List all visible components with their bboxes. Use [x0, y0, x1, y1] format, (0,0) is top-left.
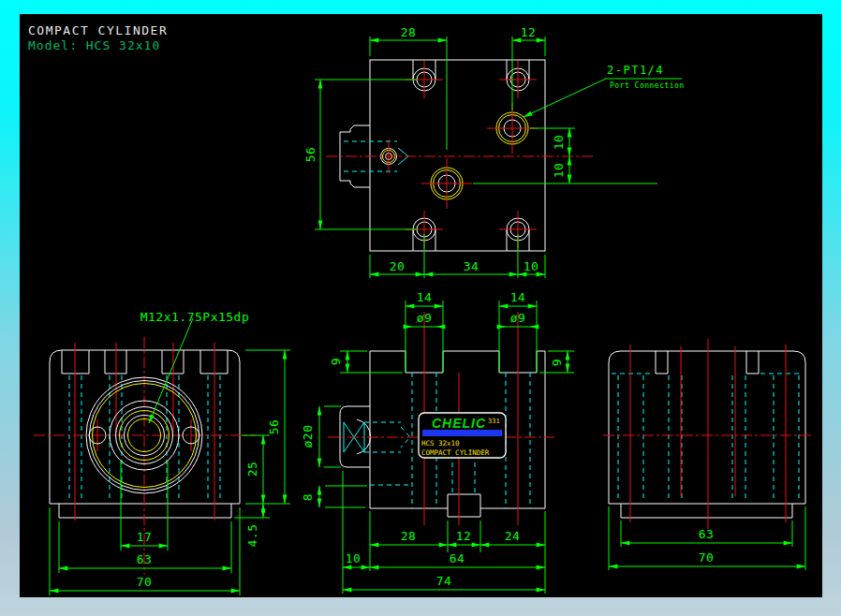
screenshot-root: { "colors": { "border_top": "#00ffff", "… — [0, 0, 841, 616]
dim-side-9-right: 9 — [550, 359, 564, 366]
dim-side-8: 8 — [301, 493, 315, 501]
dim-front-63: 63 — [137, 552, 153, 566]
title-block: COMPACT CYLINDER Model: HCS 32x10 — [28, 23, 168, 52]
dim-side-24: 24 — [505, 529, 521, 543]
drawing-model: Model: HCS 32x10 — [28, 38, 160, 52]
dim-side-d9-left: ø9 — [417, 311, 433, 325]
nameplate-model: HCS 32x10 — [421, 439, 460, 447]
dim-side-64: 64 — [450, 551, 465, 565]
dim-side-14-left: 14 — [417, 290, 433, 304]
dim-side-74: 74 — [436, 574, 452, 588]
dim-side-28: 28 — [401, 529, 417, 543]
dim-top-10: 10 — [524, 259, 539, 273]
dim-top-12: 12 — [521, 25, 537, 39]
thread-callout-text: M12x1.75Px15dp — [140, 310, 250, 324]
dim-top-28: 28 — [401, 25, 417, 39]
dim-front-56: 56 — [267, 419, 281, 435]
port-callout-sub: Port Connection — [610, 81, 685, 90]
drawing-title: COMPACT CYLINDER — [28, 23, 168, 37]
cad-canvas: COMPACT CYLINDER Model: HCS 32x10 — [0, 0, 841, 616]
dim-top-56: 56 — [303, 147, 317, 163]
dim-top-20: 20 — [390, 259, 406, 273]
dim-top-34: 34 — [464, 259, 480, 273]
port-callout-title: 2-PT1/4 — [607, 64, 664, 77]
nameplate-stripe — [422, 430, 502, 436]
dim-front-70: 70 — [137, 575, 153, 589]
dim-rear-70: 70 — [699, 550, 715, 565]
dim-front-4-5: 4.5 — [245, 524, 259, 548]
dim-side-14-right: 14 — [510, 290, 526, 304]
dim-side-d9-right: ø9 — [510, 311, 526, 325]
dim-side-10: 10 — [346, 551, 361, 565]
dim-rear-63: 63 — [699, 527, 715, 541]
dim-front-25: 25 — [245, 462, 259, 477]
nameplate-product: COMPACT CYLINDER — [421, 448, 490, 457]
nameplate-brand: CHELIC — [432, 416, 486, 431]
dim-side-12: 12 — [456, 529, 472, 543]
dim-top-10-upper: 10 — [552, 135, 566, 151]
dim-front-17: 17 — [137, 530, 153, 544]
dim-side-9-left: 9 — [329, 358, 343, 365]
nameplate-code: 331 — [488, 418, 500, 425]
nameplate: CHELIC 331 HCS 32x10 COMPACT CYLINDER — [419, 413, 506, 458]
dim-side-d20: ø20 — [301, 425, 315, 448]
dim-top-10-lower: 10 — [552, 163, 566, 179]
